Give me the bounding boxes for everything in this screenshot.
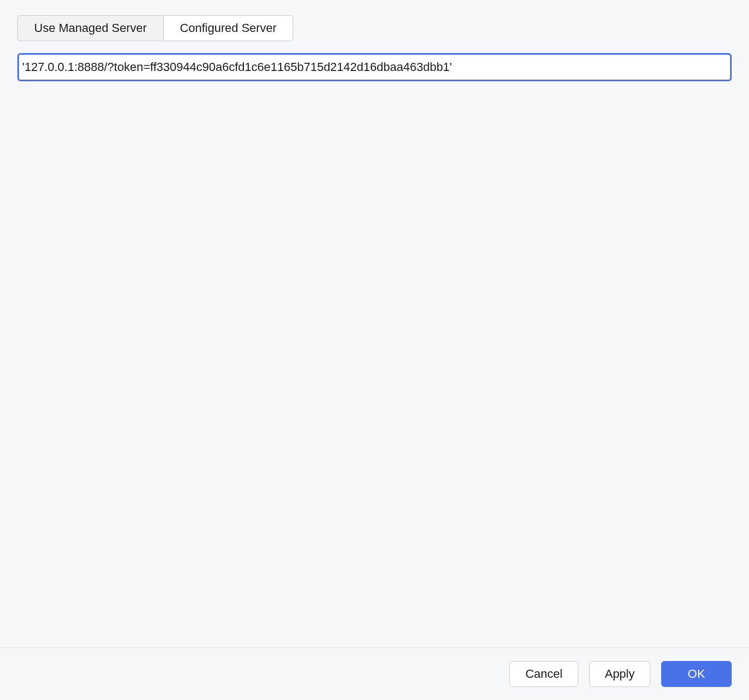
cancel-button[interactable]: Cancel	[509, 661, 578, 687]
settings-panel: Use Managed Server Configured Server	[0, 0, 749, 96]
ok-button[interactable]: OK	[661, 661, 732, 687]
server-mode-toggle: Use Managed Server Configured Server	[17, 15, 293, 41]
tab-use-managed-server[interactable]: Use Managed Server	[17, 15, 163, 41]
dialog-footer: Cancel Apply OK	[0, 647, 749, 700]
tab-configured-server[interactable]: Configured Server	[163, 15, 294, 41]
server-url-input[interactable]	[17, 53, 732, 81]
apply-button[interactable]: Apply	[589, 661, 650, 687]
